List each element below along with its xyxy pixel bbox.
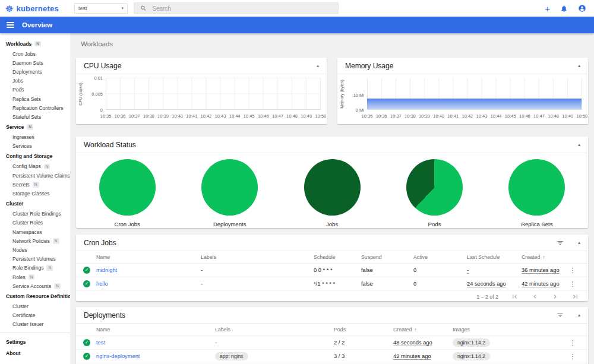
cpu-card-title: CPU Usage <box>84 62 121 70</box>
collapse-caret-icon[interactable]: ▴ <box>578 312 580 318</box>
row-menu-kebab-icon[interactable]: ⋮ <box>564 353 581 360</box>
pie-chart[interactable] <box>99 159 156 216</box>
create-resource-button[interactable]: + <box>545 4 550 13</box>
sidebar-item[interactable]: Pods <box>0 86 70 94</box>
sidebar-item-label: Deployments <box>12 69 42 75</box>
collapse-caret-icon[interactable]: ▴ <box>578 240 580 245</box>
sidebar-item[interactable]: Role Bindings N <box>0 264 70 273</box>
x-tick-label: 10:38 <box>143 113 154 119</box>
pie-chart[interactable] <box>508 159 565 216</box>
col-images[interactable]: Images <box>453 327 564 333</box>
sidebar-item[interactable]: About <box>0 348 70 359</box>
sidebar-item[interactable]: Cluster <box>0 302 70 311</box>
namespace-selector[interactable]: test ▾ <box>74 3 128 14</box>
cpu-ytick: 0.01 <box>83 75 103 81</box>
col-pods[interactable]: Pods <box>334 327 393 333</box>
pagination-range: 1 – 2 of 2 <box>476 294 498 300</box>
next-page-icon[interactable] <box>551 293 559 300</box>
last-page-icon[interactable] <box>571 293 579 300</box>
sidebar-item[interactable]: Daemon Sets <box>0 58 70 67</box>
sidebar-item-label: About <box>6 350 21 356</box>
namespaced-badge: N <box>33 182 39 188</box>
col-schedule[interactable]: Schedule <box>314 254 361 260</box>
namespaced-badge: N <box>34 41 41 47</box>
col-last-schedule[interactable]: Last Schedule <box>467 254 522 260</box>
sidebar-item[interactable]: Roles N <box>0 273 70 281</box>
notifications-bell-icon[interactable] <box>560 5 568 12</box>
sidebar-item[interactable]: Services <box>0 142 70 151</box>
sidebar-item[interactable]: Settings <box>0 337 70 348</box>
collapse-caret-icon[interactable]: ▴ <box>578 63 580 68</box>
sidebar-item[interactable]: Persistent Volume Claims N <box>0 171 70 180</box>
sidebar-item[interactable]: Replica Sets <box>0 94 70 103</box>
memory-plot-area <box>367 78 582 110</box>
sidebar-item[interactable]: Ingresses <box>0 133 70 142</box>
sidebar-item[interactable]: Service N <box>0 122 70 133</box>
sidebar-item[interactable]: Cluster <box>0 198 70 210</box>
sidebar-item[interactable]: Service Accounts N <box>0 281 70 290</box>
sidebar-item[interactable]: Cluster Roles <box>0 219 70 227</box>
sidebar-item[interactable]: Cron Jobs <box>0 49 70 58</box>
cron-job-link[interactable]: midnight <box>96 267 201 273</box>
pie-chart[interactable] <box>406 159 463 216</box>
col-active[interactable]: Active <box>413 254 467 260</box>
filter-icon[interactable] <box>557 239 564 246</box>
sidebar-item[interactable] <box>0 333 70 333</box>
x-tick-label: 10:49 <box>301 113 312 119</box>
kubernetes-logo[interactable]: ☸ kubernetes <box>0 4 70 13</box>
row-menu-kebab-icon[interactable]: ⋮ <box>564 267 581 274</box>
pie-chart[interactable] <box>201 159 258 216</box>
sidebar-item[interactable]: Namespaces <box>0 227 70 236</box>
prev-page-icon[interactable] <box>531 293 539 300</box>
sidebar-item[interactable]: Config and Storage <box>0 151 70 162</box>
col-suspend[interactable]: Suspend <box>361 254 413 260</box>
sidebar-item[interactable]: Network Policies N <box>0 236 70 245</box>
sidebar-item[interactable]: Stateful Sets <box>0 112 70 121</box>
row-menu-kebab-icon[interactable]: ⋮ <box>564 339 581 347</box>
collapse-caret-icon[interactable]: ▴ <box>578 142 580 147</box>
col-created[interactable]: Created↑ <box>522 254 564 260</box>
x-tick-label: 10:45 <box>505 113 516 119</box>
first-page-icon[interactable] <box>511 293 519 300</box>
deployment-link[interactable]: test <box>96 340 215 346</box>
row-menu-kebab-icon[interactable]: ⋮ <box>564 280 581 288</box>
sidebar-item-label: Config Maps <box>12 163 41 169</box>
sidebar-item-label: Secrets <box>12 182 30 188</box>
sidebar-item[interactable]: Certificate <box>0 311 70 320</box>
app-bar: Overview <box>0 17 594 33</box>
cron-jobs-title: Cron Jobs <box>84 239 116 247</box>
search-bar[interactable] <box>134 2 339 14</box>
col-created[interactable]: Created↑ <box>393 327 453 333</box>
sidebar-item[interactable]: Persistent Volumes <box>0 255 70 264</box>
sidebar-item[interactable]: Workloads N <box>0 38 70 49</box>
col-name[interactable]: Name <box>96 254 201 260</box>
sidebar-item[interactable]: Jobs <box>0 77 70 86</box>
x-tick-label: 10:39 <box>419 113 430 119</box>
col-name[interactable]: Name <box>96 327 215 333</box>
cpu-y-axis-label: CPU (cores) <box>78 83 83 106</box>
sidebar-item[interactable]: Custom Resource Definitions <box>0 290 70 302</box>
sidebar-item[interactable]: Cluster Role Bindings <box>0 210 70 219</box>
search-input[interactable] <box>152 5 332 12</box>
sidebar-item[interactable]: Replication Controllers <box>0 103 70 112</box>
user-account-icon[interactable] <box>578 4 586 12</box>
sidebar-item[interactable]: Deployments <box>0 67 70 76</box>
col-labels[interactable]: Labels <box>201 254 314 260</box>
deployment-link[interactable]: nginx-deployment <box>96 353 215 359</box>
cpu-ytick: 0.005 <box>83 91 103 97</box>
workload-pie: Cron Jobs <box>76 159 178 228</box>
collapse-caret-icon[interactable]: ▴ <box>317 63 319 68</box>
main-content: Workloads CPU Usage ▴ CPU (cores) 0.01 0… <box>70 33 594 364</box>
cron-job-link[interactable]: hello <box>96 281 201 287</box>
col-labels[interactable]: Labels <box>215 327 334 333</box>
filter-icon[interactable] <box>557 312 564 319</box>
sidebar-item[interactable]: Nodes <box>0 245 70 254</box>
sidebar-item[interactable]: Secrets N <box>0 180 70 189</box>
sidebar-item-label: Nodes <box>12 247 27 253</box>
pie-chart[interactable] <box>304 159 361 216</box>
sidebar-item[interactable]: Cluster Issuer <box>0 320 70 329</box>
sidebar-item[interactable]: Config Maps N <box>0 162 70 171</box>
sidebar-item[interactable]: Storage Classes <box>0 189 70 198</box>
pie-label: Jobs <box>326 221 338 227</box>
menu-hamburger-icon[interactable] <box>7 22 14 29</box>
